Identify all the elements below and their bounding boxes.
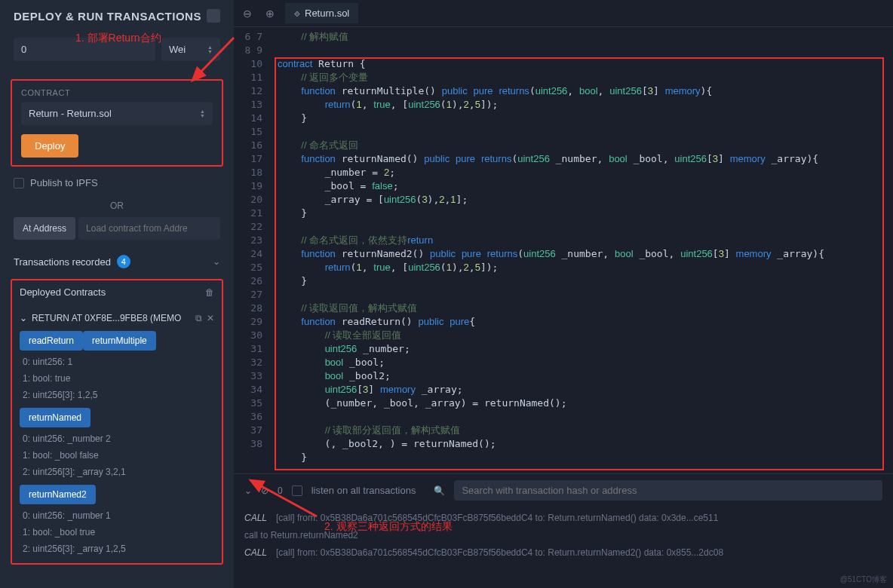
chevron-down-icon[interactable]: ⌄	[213, 256, 220, 267]
function-result: 2: uint256[3]: 1,2,5	[20, 387, 214, 403]
value-unit-label: Wei	[169, 44, 186, 55]
function-result: 0: uint256: _number 1	[20, 507, 214, 524]
function-result: 0: uint256: 1	[20, 354, 214, 370]
chevron-updown-icon: ▲▼	[200, 109, 205, 118]
load-address-input[interactable]	[78, 217, 220, 240]
panel-menu-icon[interactable]	[207, 9, 220, 23]
contract-box: CONTRACT Return - Return.sol ▲▼ Deploy	[11, 79, 223, 167]
watermark: @51CTO博客	[840, 574, 887, 585]
terminal-line: call to Return.returnNamed2	[244, 527, 882, 544]
function-result: 0: uint256: _number 2	[20, 430, 214, 447]
deploy-button[interactable]: Deploy	[21, 134, 78, 158]
transactions-recorded-row[interactable]: Transactions recorded 4 ⌄	[0, 247, 234, 276]
transactions-count-badge: 4	[117, 255, 130, 268]
chevron-updown-icon: ▲▼	[207, 45, 213, 54]
file-tab-label: Return.sol	[305, 8, 349, 19]
function-result: 1: bool: true	[20, 370, 214, 387]
block-icon[interactable]: ⊘	[261, 485, 269, 496]
contract-select[interactable]: Return - Return.sol ▲▼	[21, 102, 213, 125]
terminal-line: CALL[call] from: 0x5B38Da6a701c568545dCf…	[244, 544, 882, 562]
count-label: 0	[278, 485, 283, 496]
chevron-down-icon[interactable]: ⌄	[244, 485, 252, 496]
deploy-run-panel: DEPLOY & RUN TRANSACTIONS Wei ▲▼ CONTRAC…	[0, 0, 234, 588]
function-button-readReturn[interactable]: readReturn	[20, 331, 83, 351]
zoom-out-icon[interactable]: ⊖	[240, 5, 255, 23]
checkbox-icon[interactable]	[14, 178, 24, 188]
panel-title: DEPLOY & RUN TRANSACTIONS	[0, 0, 234, 32]
contract-instance-label: RETURN AT 0XF8E...9FBE8 (MEMO	[32, 313, 191, 323]
value-input[interactable]	[14, 38, 155, 61]
close-icon[interactable]: ✕	[207, 313, 214, 323]
publish-ipfs-label: Publish to IPFS	[30, 177, 98, 188]
chevron-down-icon: ⌄	[20, 313, 27, 323]
file-tab[interactable]: ⟐ Return.sol	[285, 3, 358, 23]
editor-tabs: ⊖ ⊕ ⟐ Return.sol	[234, 0, 893, 27]
function-button-returnNamed[interactable]: returnNamed	[20, 408, 91, 427]
deployed-contracts-box: Deployed Contracts 🗑 ⌄ RETURN AT 0XF8E..…	[11, 279, 223, 565]
zoom-in-icon[interactable]: ⊕	[262, 5, 278, 23]
at-address-button[interactable]: At Address	[14, 217, 75, 240]
contract-instance-row[interactable]: ⌄ RETURN AT 0XF8E...9FBE8 (MEMO ⧉ ✕	[20, 310, 214, 326]
copy-icon[interactable]: ⧉	[195, 313, 202, 323]
listen-checkbox[interactable]	[292, 485, 302, 496]
transactions-recorded-label: Transactions recorded	[14, 256, 111, 268]
terminal-panel: ⌄ ⊘ 0 listen on all transactions 🔍 CALL[…	[234, 473, 893, 588]
solidity-icon: ⟐	[294, 8, 300, 19]
trash-icon[interactable]: 🗑	[205, 287, 214, 298]
function-result: 1: bool: _bool true	[20, 524, 214, 541]
listen-label: listen on all transactions	[311, 485, 416, 496]
function-result: 2: uint256[3]: _array 1,2,5	[20, 541, 214, 557]
function-button-returnMultiple[interactable]: returnMultiple	[83, 331, 156, 351]
function-button-returnNamed2[interactable]: returnNamed2	[20, 485, 96, 504]
line-gutter: 6 7 8 9 10 11 12 13 14 15 16 17 18 19 20…	[234, 27, 270, 473]
contract-selected-text: Return - Return.sol	[29, 108, 112, 119]
function-result: 1: bool: _bool false	[20, 447, 214, 464]
search-icon[interactable]: 🔍	[434, 485, 445, 496]
contract-label: CONTRACT	[21, 88, 213, 97]
terminal-line: CALL[call] from: 0x5B38Da6a701c568545dCf…	[244, 510, 882, 527]
code-content[interactable]: // 解构赋值 contract Return { // 返回多个变量 func…	[270, 27, 893, 473]
terminal-output[interactable]: CALL[call] from: 0x5B38Da6a701c568545dCf…	[234, 507, 893, 588]
terminal-search-input[interactable]	[454, 480, 882, 501]
function-result: 2: uint256[3]: _array 3,2,1	[20, 464, 214, 480]
editor-area: ⊖ ⊕ ⟐ Return.sol 6 7 8 9 10 11 12 13 14 …	[234, 0, 893, 588]
value-unit-select[interactable]: Wei ▲▼	[161, 38, 220, 61]
code-editor[interactable]: 6 7 8 9 10 11 12 13 14 15 16 17 18 19 20…	[234, 27, 893, 473]
panel-title-text: DEPLOY & RUN TRANSACTIONS	[14, 10, 201, 23]
or-divider: OR	[0, 194, 234, 217]
publish-ipfs-row[interactable]: Publish to IPFS	[0, 171, 234, 194]
deployed-contracts-label: Deployed Contracts	[20, 286, 106, 298]
